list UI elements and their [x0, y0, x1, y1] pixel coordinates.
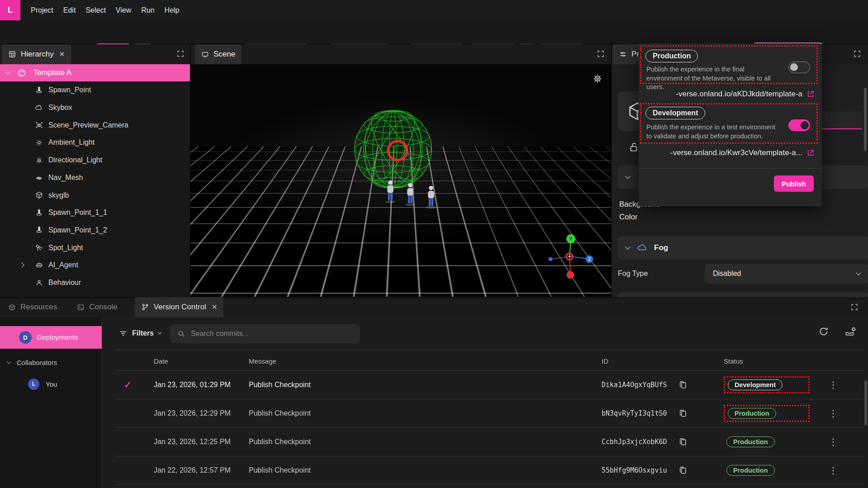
- tab-console[interactable]: Console: [71, 297, 123, 317]
- filters-dropdown[interactable]: Filters: [119, 329, 161, 338]
- col-header-message[interactable]: Message: [249, 357, 602, 365]
- row-menu-button[interactable]: ⋮: [810, 408, 838, 419]
- fog-section-header[interactable]: Fog: [618, 236, 868, 260]
- development-description: Publish the experience in a test environ…: [646, 123, 782, 141]
- row-menu-button[interactable]: ⋮: [810, 379, 838, 390]
- hierarchy-item-label: Spawn_Point_1_1: [48, 208, 107, 217]
- tab-hierarchy[interactable]: Hierarchy ✕: [2, 44, 71, 64]
- col-header-id[interactable]: ID: [602, 357, 678, 365]
- search-commits-box[interactable]: [170, 324, 360, 343]
- commit-message: Publish Checkpoint: [249, 438, 602, 446]
- tab-resources-label: Resources: [20, 303, 57, 312]
- status-badge: Production: [726, 465, 775, 476]
- commit-row[interactable]: Jan 23, 2026, 12:29 PM Publish Checkpoin…: [102, 399, 868, 427]
- commit-date: Jan 23, 2026, 01:29 PM: [154, 381, 249, 389]
- commit-id: Dika1A4OgxYqBUfS: [602, 381, 678, 389]
- transform-gizmo[interactable]: Y Z: [542, 233, 599, 282]
- sidebar-item-deployments[interactable]: D Deployments: [0, 326, 102, 349]
- menu-run[interactable]: Run: [136, 6, 159, 14]
- commit-row[interactable]: ✓ Jan 23, 2026, 01:29 PM Publish Checkpo…: [102, 371, 868, 399]
- annotation-box-status: Development: [724, 376, 810, 393]
- external-link-icon[interactable]: [806, 149, 815, 157]
- menu-project[interactable]: Project: [26, 6, 58, 14]
- publish-button[interactable]: Publish: [774, 175, 814, 192]
- copy-id-button[interactable]: [678, 466, 688, 475]
- expand-panel-icon[interactable]: [850, 303, 859, 311]
- hierarchy-item-ai-agent[interactable]: AI_Agent: [0, 256, 190, 274]
- fog-type-dropdown[interactable]: Disabled: [705, 264, 868, 284]
- expand-panel-icon[interactable]: [853, 50, 861, 58]
- expand-panel-icon[interactable]: [176, 50, 185, 58]
- hierarchy-item-ambient-light[interactable]: Ambient_Light: [0, 134, 190, 152]
- close-icon[interactable]: ✕: [212, 303, 218, 311]
- hierarchy-item-skybox[interactable]: Skybox: [0, 99, 190, 117]
- menu-view[interactable]: View: [111, 6, 136, 14]
- viewport-settings-gear-icon[interactable]: [592, 73, 603, 84]
- avatar-figure[interactable]: [383, 180, 398, 204]
- col-header-date[interactable]: Date: [154, 357, 249, 365]
- hierarchy-root-template-a[interactable]: Template A: [0, 64, 190, 81]
- menu-help[interactable]: Help: [160, 6, 185, 14]
- copy-id-button[interactable]: [678, 437, 688, 446]
- deployment-settings-icon[interactable]: [844, 326, 856, 337]
- wireframe-sphere[interactable]: [348, 104, 452, 199]
- properties-scrollbar[interactable]: [864, 88, 867, 151]
- external-link-icon[interactable]: [806, 90, 815, 98]
- gizmo-neg-y-handle[interactable]: [567, 271, 574, 279]
- production-link-row[interactable]: -verse.onland.io/aKDJkdd/template-a: [676, 90, 815, 99]
- tab-version-control[interactable]: Version Control ✕: [135, 297, 224, 317]
- avatar-figure[interactable]: [403, 183, 418, 206]
- hierarchy-item-directional-light[interactable]: Directional_Light: [0, 152, 190, 169]
- deployments-label: Deployments: [37, 333, 78, 341]
- chevron-down-icon: [625, 174, 630, 179]
- chevron-right-icon[interactable]: [19, 263, 24, 268]
- hierarchy-item-skyglb[interactable]: skyglb: [0, 186, 190, 204]
- refresh-icon[interactable]: [818, 326, 829, 337]
- hierarchy-item-behaviour[interactable]: Behaviour: [0, 274, 190, 292]
- copy-id-button[interactable]: [678, 380, 688, 389]
- production-description: Publish the experience in the final envi…: [646, 65, 782, 92]
- row-menu-button[interactable]: ⋮: [810, 465, 838, 476]
- tab-scene[interactable]: Scene: [195, 44, 242, 64]
- viewport-3d[interactable]: Y Z F Focus Q E Rotate G Grab Esc Desele…: [190, 64, 612, 297]
- production-toggle[interactable]: [788, 62, 810, 73]
- sidebar-item-you[interactable]: L You: [0, 375, 102, 393]
- development-link-row[interactable]: -verse.onland.io/Kwr3cVe/template-a...: [670, 148, 815, 157]
- search-commits-input[interactable]: [191, 330, 340, 338]
- chevron-down-icon[interactable]: [5, 69, 10, 74]
- expand-panel-icon[interactable]: [597, 50, 605, 58]
- status-badge: Production: [728, 408, 776, 419]
- tab-resources[interactable]: Resources: [2, 297, 63, 317]
- gizmo-x-handle[interactable]: [549, 257, 553, 261]
- col-header-status[interactable]: Status: [724, 357, 810, 365]
- hierarchy-item-label: Skybox: [48, 104, 72, 112]
- camera-icon: [35, 121, 43, 129]
- table-scrollbar[interactable]: [864, 380, 867, 426]
- hierarchy-item-label: Spot_Light: [48, 244, 83, 252]
- fog-cloud-icon: [637, 243, 647, 253]
- skybox-icon: [35, 104, 43, 112]
- close-icon[interactable]: ✕: [59, 50, 65, 58]
- app-logo[interactable]: L: [0, 0, 20, 20]
- hierarchy-item-nav-mesh[interactable]: Nav_Mesh: [0, 169, 190, 187]
- commit-row[interactable]: Jan 23, 2026, 12:25 PM Publish Checkpoin…: [102, 428, 868, 456]
- row-menu-button[interactable]: ⋮: [810, 436, 838, 447]
- menu-select[interactable]: Select: [81, 6, 110, 14]
- hierarchy-item-spot-light[interactable]: Spot_Light: [0, 239, 190, 256]
- commit-row[interactable]: Jan 22, 2026, 12:57 PM Publish Checkpoin…: [102, 456, 868, 484]
- copy-id-button[interactable]: [678, 409, 688, 418]
- avatar-figure[interactable]: [423, 185, 439, 209]
- divider: [115, 350, 863, 350]
- commit-id: 55bHfg9M6Osxgviu: [602, 466, 678, 474]
- scene-icon: [201, 51, 209, 58]
- hierarchy-item-scene-preview-camera[interactable]: Scene_Preview_Camera: [0, 116, 190, 134]
- hierarchy-item-spawn-point-1-1[interactable]: Spawn_Point_1_1: [0, 204, 190, 222]
- sidebar-item-collaborators[interactable]: Collaborators: [0, 354, 102, 370]
- hierarchy-item-spawn-point[interactable]: Spawn_Point: [0, 81, 190, 99]
- production-link[interactable]: -verse.onland.io/aKDJkdd/template-a: [676, 90, 802, 99]
- hierarchy-item-spawn-point-1-2[interactable]: Spawn_Point_1_2: [0, 222, 190, 239]
- directional-light-icon: [35, 156, 43, 165]
- development-toggle[interactable]: [788, 119, 810, 131]
- development-link[interactable]: -verse.onland.io/Kwr3cVe/template-a...: [670, 148, 802, 157]
- menu-edit[interactable]: Edit: [58, 6, 81, 14]
